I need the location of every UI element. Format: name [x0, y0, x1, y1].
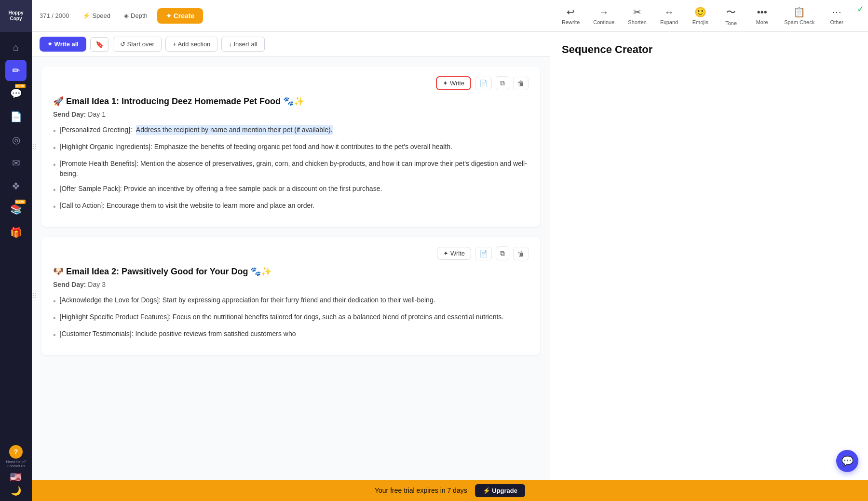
speed-button[interactable]: ⚡ Speed: [79, 10, 114, 21]
spam-check-label: Spam Check: [784, 19, 814, 25]
export-button-2[interactable]: 📄: [475, 247, 492, 260]
export-button-1[interactable]: 📄: [475, 77, 492, 90]
copy-button-1[interactable]: ⧉: [496, 76, 509, 90]
expand-tool[interactable]: ↔ Expand: [654, 4, 684, 28]
logo-line1: Hoppy: [8, 10, 23, 16]
sidebar-item-rewards[interactable]: 🎁: [5, 222, 27, 243]
sidebar-nav: ⌂✏💬NEW📄◎✉❖📚NEW🎁: [5, 32, 27, 440]
create-button[interactable]: ✦ Create: [157, 8, 203, 24]
bullet-2-1: [Highlight Specific Product Features]: F…: [53, 312, 529, 324]
write-all-button[interactable]: ✦ Write all: [40, 37, 86, 52]
tone-tool[interactable]: 〜 Tone: [717, 3, 746, 29]
speed-label: Speed: [92, 12, 110, 19]
write-icon-2: ✦: [443, 250, 448, 257]
delete-button-1[interactable]: 🗑: [513, 77, 529, 90]
trial-text: Your free trial expires in 7 days: [375, 487, 467, 494]
section-toolbar-1: ✦ Write 📄 ⧉ 🗑: [53, 76, 529, 90]
top-toolbar: 371 / 2000 ⚡ Speed ◈ Depth ✦ Create: [32, 0, 550, 32]
sidebar-item-library[interactable]: 📚NEW: [5, 199, 27, 220]
section-toolbar-2: ✦ Write 📄 ⧉ 🗑: [53, 246, 529, 260]
right-toolbar: ↩ Rewrite → Continue ✂ Shorten ↔ Expand …: [550, 0, 868, 32]
spam-check-tool[interactable]: 📋 Spam Check: [778, 3, 820, 28]
logo-line2: Copy: [10, 16, 22, 22]
continue-label: Continue: [593, 19, 614, 25]
depth-label: Depth: [131, 12, 148, 19]
emojis-tool[interactable]: 🙂 Emojis: [686, 3, 715, 28]
other-tool[interactable]: ⋯ Other: [822, 3, 851, 28]
other-icon: ⋯: [832, 6, 841, 18]
emojis-icon: 🙂: [694, 6, 706, 18]
write-label-2: Write: [450, 250, 465, 257]
delete-button-2[interactable]: 🗑: [513, 247, 529, 260]
spam-check-icon: 📋: [793, 6, 805, 18]
help-label: Need help?: [6, 460, 26, 464]
add-section-button[interactable]: + Add section: [165, 37, 217, 52]
sidebar-item-editor[interactable]: ✏: [5, 60, 27, 81]
drag-handle-2[interactable]: ⠿: [32, 292, 37, 300]
speed-icon: ⚡: [82, 12, 90, 19]
depth-button[interactable]: ◈ Depth: [120, 10, 151, 21]
insert-all-button[interactable]: ↓ Insert all: [221, 37, 264, 52]
add-section-label: + Add section: [173, 41, 210, 48]
content-area: ⠿ ✦ Write 📄 ⧉ 🗑 🚀 Email Idea 1: Introduc…: [32, 57, 550, 501]
email-section-2: ⠿ ✦ Write 📄 ⧉ 🗑 🐶 Email Idea 2: Pawsitiv…: [41, 237, 540, 355]
chat-bubble[interactable]: 💬: [836, 450, 858, 472]
drag-handle-1[interactable]: ⠿: [32, 143, 37, 151]
write-button-2[interactable]: ✦ Write: [437, 247, 471, 260]
tone-label: Tone: [725, 20, 737, 26]
app-logo[interactable]: Hoppy Copy: [0, 0, 32, 32]
expand-icon: ↔: [665, 7, 674, 18]
continue-icon: →: [599, 7, 609, 18]
shorten-tool[interactable]: ✂ Shorten: [622, 3, 652, 28]
sidebar-item-integrations[interactable]: ❖: [5, 176, 27, 197]
expand-label: Expand: [660, 19, 678, 25]
sidebar-item-home[interactable]: ⌂: [5, 37, 27, 58]
emojis-label: Emojis: [692, 19, 708, 25]
write-button-1[interactable]: ✦ Write: [436, 76, 471, 90]
sidebar-item-email[interactable]: ✉: [5, 152, 27, 174]
right-panel: ↩ Rewrite → Continue ✂ Shorten ↔ Expand …: [550, 0, 868, 501]
dark-mode-toggle[interactable]: 🌙: [11, 486, 21, 496]
action-toolbar: ✦ Write all 🔖 ↺ Start over + Add section…: [32, 32, 550, 57]
help-button[interactable]: ? Need help? Contact us: [6, 445, 26, 468]
rewrite-label: Rewrite: [562, 19, 580, 25]
upgrade-label: ⚡ Upgrade: [483, 487, 517, 494]
bullet-list-1: [Personalized Greeting]: Address the rec…: [53, 125, 529, 213]
start-over-label: ↺ Start over: [120, 41, 154, 48]
depth-icon: ◈: [124, 12, 129, 19]
start-over-button[interactable]: ↺ Start over: [113, 37, 162, 52]
more-tool[interactable]: ••• More: [747, 4, 776, 28]
more-label: More: [756, 19, 768, 25]
trial-banner: Your free trial expires in 7 days ⚡ Upgr…: [32, 480, 868, 501]
main-content: 371 / 2000 ⚡ Speed ◈ Depth ✦ Create ✦ Wr…: [32, 0, 550, 501]
upgrade-button[interactable]: ⚡ Upgrade: [475, 484, 525, 497]
bullet-1-4: [Call to Action]: Encourage them to visi…: [53, 201, 529, 213]
email-title-1: 🚀 Email Idea 1: Introducing Deez Homemad…: [53, 96, 529, 107]
bullet-2-0: [Acknowledge the Love for Dogs]: Start b…: [53, 295, 529, 307]
language-flag[interactable]: 🇺🇸: [10, 471, 22, 483]
shorten-label: Shorten: [628, 19, 647, 25]
rewrite-tool[interactable]: ↩ Rewrite: [556, 3, 585, 28]
bullet-list-2: [Acknowledge the Love for Dogs]: Start b…: [53, 295, 529, 341]
bullet-1-1: [Highlight Organic Ingredients]: Emphasi…: [53, 142, 529, 154]
create-label: ✦ Create: [166, 12, 194, 20]
bullet-1-3: [Offer Sample Pack]: Provide an incentiv…: [53, 184, 529, 196]
new-badge: NEW: [15, 200, 26, 204]
email-title-2: 🐶 Email Idea 2: Pawsitively Good for You…: [53, 266, 529, 277]
sidebar-item-search[interactable]: ◎: [5, 129, 27, 150]
sidebar-item-chat[interactable]: 💬NEW: [5, 83, 27, 104]
write-all-label: ✦ Write all: [47, 41, 79, 48]
right-panel-content: Sequence Creator: [550, 32, 868, 501]
bookmark-button[interactable]: 🔖: [90, 37, 109, 52]
new-badge: NEW: [15, 84, 26, 88]
sidebar: Hoppy Copy ⌂✏💬NEW📄◎✉❖📚NEW🎁 ? Need help? …: [0, 0, 32, 501]
copy-button-2[interactable]: ⧉: [496, 246, 509, 260]
tone-icon: 〜: [726, 6, 736, 19]
more-icon: •••: [757, 7, 767, 18]
write-label: Write: [450, 80, 464, 87]
sidebar-item-documents[interactable]: 📄: [5, 106, 27, 127]
bullet-1-0: [Personalized Greeting]: Address the rec…: [53, 125, 529, 137]
shorten-icon: ✂: [633, 6, 641, 18]
continue-tool[interactable]: → Continue: [587, 4, 620, 28]
bullet-1-2: [Promote Health Benefits]: Mention the a…: [53, 159, 529, 179]
